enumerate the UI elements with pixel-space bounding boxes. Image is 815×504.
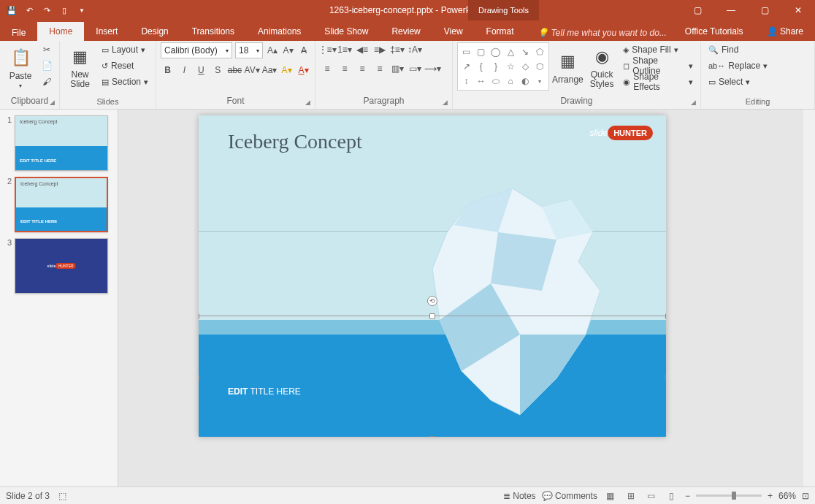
tell-me-search[interactable]: 💡Tell me what you want to do...	[532, 25, 673, 41]
arrange-button[interactable]: ▦Arrange	[552, 42, 583, 92]
shape-outline-button[interactable]: ◻ Shape Outline ▾	[620, 58, 696, 73]
section-button[interactable]: ▤ Section ▾	[99, 75, 151, 89]
slide-thumbnails-panel[interactable]: 1 Iceberg Concept EDIT TITLE HERE 2 Iceb…	[0, 110, 118, 486]
save-icon[interactable]: 💾	[6, 4, 18, 16]
justify-button[interactable]: ≡	[372, 61, 387, 76]
vertical-scrollbar[interactable]	[802, 110, 815, 486]
zoom-in-button[interactable]: +	[768, 491, 773, 501]
paste-button[interactable]: 📋Paste▾	[4, 42, 37, 92]
minimize-button[interactable]: —	[714, 0, 748, 20]
align-text-button[interactable]: ▭▾	[408, 61, 422, 76]
reset-button[interactable]: ↺ Reset	[99, 58, 151, 73]
select-button[interactable]: ▭ Select ▾	[705, 75, 770, 89]
close-button[interactable]: ✕	[781, 0, 815, 20]
tab-transitions[interactable]: Transitions	[180, 22, 246, 41]
resize-handle[interactable]	[665, 313, 666, 319]
font-color-button[interactable]: A▾	[296, 63, 310, 77]
spellcheck-icon[interactable]: ⬚	[58, 491, 66, 501]
italic-button[interactable]: I	[177, 63, 191, 77]
shapes-gallery[interactable]: ▭▢◯△↘⬠ ↗{}☆◇⬡ ↕↔⬭⌂◐▾	[457, 42, 549, 91]
smartart-button[interactable]: ⟶▾	[425, 61, 440, 76]
shape-fill-button[interactable]: ◈ Shape Fill ▾	[620, 42, 696, 57]
grow-font-button[interactable]: A▴	[266, 43, 279, 58]
slide-thumbnail-1[interactable]: Iceberg Concept EDIT TITLE HERE	[15, 115, 108, 171]
align-left-button[interactable]: ≡	[320, 61, 334, 76]
slide-editor[interactable]: Iceberg Concept slideHUNTER EDIT TITLE H…	[118, 110, 815, 486]
tab-home[interactable]: Home	[37, 22, 84, 41]
quick-styles-button[interactable]: ◉Quick Styles	[586, 42, 618, 92]
tab-review[interactable]: Review	[380, 22, 432, 41]
zoom-slider[interactable]	[696, 495, 762, 497]
qat-dropdown-icon[interactable]: ▼	[76, 4, 88, 16]
ribbon-display-options-icon[interactable]: ▢	[681, 0, 714, 20]
dialog-launcher-icon[interactable]: ◢	[443, 99, 448, 106]
bullets-button[interactable]: ⋮≡▾	[320, 42, 334, 57]
align-center-button[interactable]: ≡	[337, 61, 352, 76]
replace-button[interactable]: ab↔ Replace ▾	[705, 58, 770, 73]
font-name-combo[interactable]: Calibri (Body)▾	[161, 42, 232, 58]
tab-format[interactable]: Format	[475, 22, 526, 41]
layout-button[interactable]: ▭ Layout ▾	[99, 42, 151, 57]
resize-handle[interactable]	[665, 436, 666, 437]
line-spacing-button[interactable]: ‡≡▾	[390, 42, 405, 57]
tab-slideshow[interactable]: Slide Show	[313, 22, 380, 41]
cut-button[interactable]: ✂	[39, 42, 54, 57]
font-size-combo[interactable]: 18▾	[235, 42, 263, 58]
align-right-button[interactable]: ≡	[355, 61, 370, 76]
slideshow-view-button[interactable]: ▯	[665, 490, 679, 502]
copy-button[interactable]: 📄	[39, 58, 54, 73]
change-case-button[interactable]: Aa▾	[262, 63, 277, 77]
dialog-launcher-icon[interactable]: ◢	[50, 99, 55, 106]
char-spacing-button[interactable]: AV▾	[245, 63, 259, 77]
tab-view[interactable]: View	[432, 22, 475, 41]
increase-indent-button[interactable]: ≡▶	[372, 42, 387, 57]
new-slide-button[interactable]: ▦New Slide	[64, 42, 96, 92]
office-tutorials-link[interactable]: Office Tutorials	[673, 22, 755, 41]
numbering-button[interactable]: 1≡▾	[337, 42, 352, 57]
bold-button[interactable]: B	[161, 63, 175, 77]
reading-view-button[interactable]: ▭	[644, 490, 659, 502]
clear-formatting-button[interactable]: A̶	[297, 43, 310, 58]
resize-handle[interactable]	[429, 436, 435, 437]
highlight-button[interactable]: A▾	[280, 63, 294, 77]
decrease-indent-button[interactable]: ◀≡	[355, 42, 370, 57]
share-button[interactable]: 👤 Share	[755, 22, 815, 41]
quick-styles-icon: ◉	[590, 45, 613, 69]
maximize-button[interactable]: ▢	[748, 0, 781, 20]
resize-handle[interactable]	[199, 436, 199, 437]
slide-thumbnail-3[interactable]: slideHUNTER	[15, 238, 108, 294]
normal-view-button[interactable]: ▦	[603, 490, 618, 502]
comments-button[interactable]: 💬 Comments	[542, 491, 597, 501]
resize-handle[interactable]	[199, 375, 199, 381]
zoom-out-button[interactable]: −	[685, 491, 690, 501]
slide-sorter-button[interactable]: ⊞	[624, 490, 638, 502]
undo-icon[interactable]: ↶	[23, 4, 35, 16]
resize-handle[interactable]	[199, 313, 199, 319]
text-direction-button[interactable]: ↕A▾	[408, 42, 422, 57]
slide-canvas[interactable]: Iceberg Concept slideHUNTER EDIT TITLE H…	[199, 115, 666, 437]
dialog-launcher-icon[interactable]: ◢	[305, 99, 310, 106]
start-from-beginning-icon[interactable]: ▯	[58, 4, 70, 16]
resize-handle[interactable]	[429, 313, 435, 319]
shadow-button[interactable]: S	[211, 63, 225, 77]
slide-thumbnail-2[interactable]: Iceberg Concept EDIT TITLE HERE	[15, 177, 108, 232]
tab-insert[interactable]: Insert	[84, 22, 129, 41]
find-button[interactable]: 🔍 Find	[705, 42, 770, 57]
redo-icon[interactable]: ↷	[41, 4, 53, 16]
format-painter-button[interactable]: 🖌	[39, 75, 54, 89]
underline-button[interactable]: U	[194, 63, 208, 77]
strikethrough-button[interactable]: abc	[228, 63, 242, 77]
selection-box[interactable]: ⟲	[199, 316, 666, 437]
tab-design[interactable]: Design	[129, 22, 180, 41]
zoom-level[interactable]: 66%	[778, 491, 796, 501]
tab-animations[interactable]: Animations	[246, 22, 313, 41]
notes-button[interactable]: ≣ Notes	[503, 491, 536, 501]
rotate-handle[interactable]: ⟲	[427, 296, 437, 306]
resize-handle[interactable]	[665, 375, 666, 381]
columns-button[interactable]: ▥▾	[390, 61, 405, 76]
dialog-launcher-icon[interactable]: ◢	[691, 99, 696, 106]
file-tab[interactable]: File	[0, 25, 37, 41]
fit-to-window-button[interactable]: ⊡	[802, 491, 809, 501]
shrink-font-button[interactable]: A▾	[282, 43, 295, 58]
shape-effects-button[interactable]: ◉ Shape Effects ▾	[620, 75, 696, 89]
